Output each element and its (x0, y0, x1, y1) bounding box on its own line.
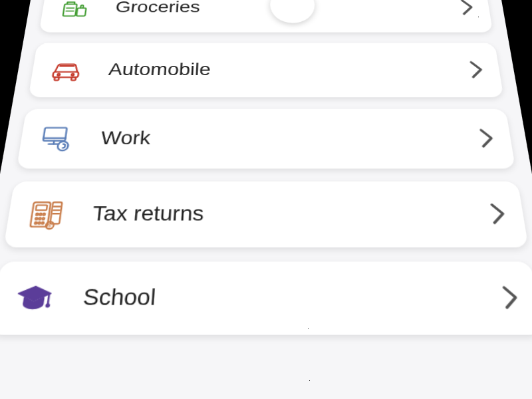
svg-rect-8 (71, 77, 76, 80)
svg-point-10 (71, 74, 74, 76)
svg-point-35 (46, 304, 50, 307)
svg-rect-3 (76, 8, 86, 16)
svg-point-25 (35, 222, 37, 224)
svg-rect-18 (36, 205, 47, 210)
category-label: Groceries (114, 0, 462, 16)
category-list: Groceries (0, 0, 532, 335)
svg-point-26 (38, 222, 41, 224)
stage: Groceries (0, 0, 532, 399)
svg-rect-7 (55, 77, 59, 80)
svg-point-9 (57, 74, 60, 76)
category-label: Automobile (108, 60, 471, 80)
svg-point-16 (57, 142, 68, 151)
category-work[interactable]: Work (17, 109, 515, 169)
car-icon (47, 55, 86, 85)
monitor-icon (36, 122, 77, 155)
category-label: School (82, 284, 505, 311)
category-label: Work (100, 128, 481, 150)
svg-point-22 (35, 217, 38, 219)
svg-rect-2 (63, 4, 77, 16)
category-school[interactable]: School (0, 261, 532, 334)
phone-frame: Groceries (0, 0, 532, 399)
category-groceries[interactable]: Groceries (39, 0, 493, 33)
svg-point-19 (36, 213, 39, 215)
svg-point-24 (42, 217, 45, 219)
chevron-right-icon (460, 0, 475, 15)
chevron-right-icon (478, 128, 495, 149)
graduation-icon (11, 278, 57, 318)
category-tax-returns[interactable]: $ Tax returns (3, 182, 528, 247)
chevron-right-icon (489, 203, 507, 225)
category-label: Tax returns (91, 201, 493, 225)
calculator-icon: $ (24, 196, 68, 232)
chevron-right-icon (469, 61, 485, 79)
groceries-icon (57, 0, 94, 21)
svg-point-20 (39, 213, 42, 215)
chevron-right-icon (501, 285, 521, 311)
svg-point-27 (41, 222, 44, 224)
svg-point-23 (39, 217, 41, 219)
svg-rect-6 (53, 72, 78, 77)
svg-line-34 (48, 294, 49, 303)
category-automobile[interactable]: Automobile (29, 43, 504, 98)
svg-point-21 (43, 213, 45, 215)
